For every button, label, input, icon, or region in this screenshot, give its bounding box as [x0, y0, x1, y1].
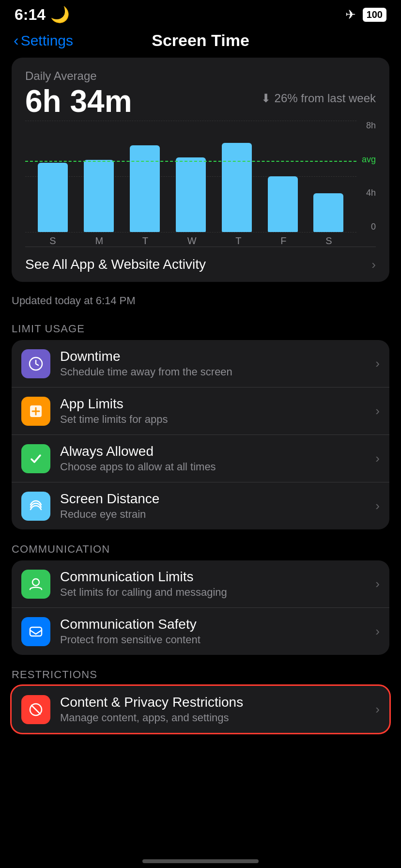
downtime-icon — [21, 349, 50, 378]
battery-indicator: 100 — [363, 8, 386, 22]
communication-group: Communication Limits Set limits for call… — [12, 560, 389, 655]
change-text: 26% from last week — [275, 92, 376, 105]
see-all-label: See All App & Website Activity — [25, 257, 206, 272]
bar-wednesday — [176, 121, 206, 232]
x-label-w: W — [187, 235, 197, 247]
comm-safety-chevron-icon: › — [375, 624, 380, 639]
battery-label: 100 — [363, 8, 386, 22]
always-allowed-item[interactable]: Always Allowed Choose apps to allow at a… — [12, 435, 389, 482]
always-allowed-icon — [21, 444, 50, 473]
content-privacy-item[interactable]: Content & Privacy Restrictions Manage co… — [12, 686, 389, 733]
downtime-subtitle: Schedule time away from the screen — [60, 366, 375, 378]
always-allowed-chevron-icon: › — [375, 451, 380, 466]
downtime-title: Downtime — [60, 349, 375, 364]
content-privacy-chevron-icon: › — [375, 702, 380, 717]
comm-limits-icon — [21, 570, 50, 599]
x-label-f: F — [280, 235, 286, 247]
time-label: 6:14 — [15, 6, 46, 24]
bar-w — [176, 157, 206, 232]
comm-safety-subtitle: Protect from sensitive content — [60, 634, 375, 646]
bar-f — [268, 176, 298, 232]
bar-t2 — [222, 143, 252, 232]
daily-average-label: Daily Average — [25, 69, 376, 83]
bar-s1 — [38, 163, 68, 232]
limit-usage-header: LIMIT USAGE — [12, 315, 389, 340]
chart-y-labels: 8h avg 4h 0 — [362, 121, 376, 232]
x-label-s2: S — [325, 235, 332, 247]
screen-distance-text: Screen Distance Reduce eye strain — [60, 491, 375, 521]
updated-label: Updated today at 6:14 PM — [12, 290, 389, 315]
down-arrow-icon: ⬇ — [261, 92, 271, 105]
screen-distance-title: Screen Distance — [60, 491, 375, 507]
x-label-t2: T — [235, 235, 241, 247]
always-allowed-subtitle: Choose apps to allow at all times — [60, 461, 375, 473]
communication-header: COMMUNICATION — [12, 535, 389, 560]
bar-tuesday — [130, 121, 160, 232]
y-label-0: 0 — [371, 222, 376, 232]
bar-saturday — [313, 121, 343, 232]
y-label-4h: 4h — [366, 188, 376, 198]
limit-usage-group: Downtime Schedule time away from the scr… — [12, 340, 389, 529]
main-content: Daily Average 6h 34m ⬇ 26% from last wee… — [0, 58, 401, 787]
nav-bar: ‹ Settings Screen Time — [0, 26, 401, 58]
comm-limits-item[interactable]: Communication Limits Set limits for call… — [12, 560, 389, 608]
back-button[interactable]: ‹ Settings — [14, 31, 73, 49]
downtime-text: Downtime Schedule time away from the scr… — [60, 349, 375, 378]
y-label-avg: avg — [362, 155, 376, 165]
screen-distance-item[interactable]: Screen Distance Reduce eye strain › — [12, 482, 389, 529]
chart-bars — [25, 121, 356, 232]
see-all-button[interactable]: See All App & Website Activity › — [25, 247, 376, 282]
status-right: ✈ 100 — [345, 7, 386, 22]
comm-limits-subtitle: Set limits for calling and messaging — [60, 586, 375, 599]
x-label-m: M — [95, 235, 103, 247]
downtime-chevron-icon: › — [375, 356, 380, 371]
always-allowed-text: Always Allowed Choose apps to allow at a… — [60, 444, 375, 473]
content-privacy-text: Content & Privacy Restrictions Manage co… — [60, 695, 375, 724]
screen-time-card: Daily Average 6h 34m ⬇ 26% from last wee… — [12, 58, 389, 282]
y-label-8h: 8h — [366, 121, 376, 131]
content-privacy-title: Content & Privacy Restrictions — [60, 695, 375, 710]
screen-distance-chevron-icon: › — [375, 498, 380, 513]
status-bar: 6:14 🌙 ✈ 100 — [0, 0, 401, 26]
downtime-item[interactable]: Downtime Schedule time away from the scr… — [12, 340, 389, 388]
chart-x-labels: S M T W T F S — [25, 233, 356, 247]
restrictions-group: Content & Privacy Restrictions Manage co… — [12, 686, 389, 733]
comm-safety-text: Communication Safety Protect from sensit… — [60, 617, 375, 646]
bar-sunday — [38, 121, 68, 232]
x-label-s1: S — [49, 235, 56, 247]
svg-point-2 — [32, 579, 39, 586]
app-limits-text: App Limits Set time limits for apps — [60, 396, 375, 426]
daily-change: ⬇ 26% from last week — [261, 92, 376, 105]
bar-m — [84, 160, 114, 232]
usage-chart: 8h avg 4h 0 S M T W T F S — [25, 121, 376, 247]
average-line — [25, 161, 356, 162]
see-all-chevron-icon: › — [371, 257, 376, 272]
bar-s2 — [313, 193, 343, 232]
page-title: Screen Time — [152, 31, 249, 50]
bar-monday — [84, 121, 114, 232]
daily-average-time: 6h 34m — [25, 86, 132, 117]
home-indicator — [142, 859, 259, 863]
back-label: Settings — [21, 32, 73, 49]
app-limits-title: App Limits — [60, 396, 375, 412]
comm-limits-chevron-icon: › — [375, 576, 380, 591]
app-limits-icon — [21, 397, 50, 426]
app-limits-subtitle: Set time limits for apps — [60, 413, 375, 426]
comm-limits-text: Communication Limits Set limits for call… — [60, 569, 375, 599]
always-allowed-title: Always Allowed — [60, 444, 375, 459]
x-label-t1: T — [142, 235, 148, 247]
status-time: 6:14 🌙 — [15, 5, 70, 24]
restrictions-header: RESTRICTIONS — [12, 661, 389, 686]
airplane-icon: ✈ — [345, 7, 356, 22]
content-privacy-subtitle: Manage content, apps, and settings — [60, 712, 375, 724]
comm-safety-item[interactable]: Communication Safety Protect from sensit… — [12, 608, 389, 655]
bar-t1 — [130, 145, 160, 232]
comm-safety-icon — [21, 617, 50, 646]
back-chevron-icon: ‹ — [14, 31, 19, 49]
app-limits-chevron-icon: › — [375, 403, 380, 418]
comm-safety-title: Communication Safety — [60, 617, 375, 632]
grid-line-0 — [25, 232, 356, 232]
app-limits-item[interactable]: App Limits Set time limits for apps › — [12, 388, 389, 435]
screen-distance-subtitle: Reduce eye strain — [60, 508, 375, 521]
moon-icon: 🌙 — [50, 5, 70, 24]
